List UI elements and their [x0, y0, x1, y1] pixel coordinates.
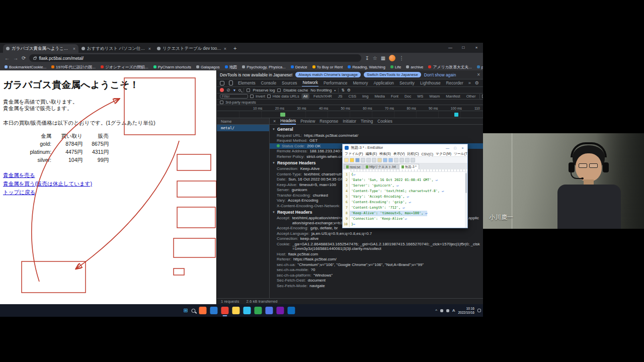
devtools-tab[interactable]: Application: [373, 79, 394, 86]
network-settings-gear-icon[interactable]: ⚙: [347, 88, 351, 93]
taskbar-app-icon-teams[interactable]: [255, 307, 262, 314]
bookmark-item[interactable]: archive: [406, 65, 423, 69]
details-tab[interactable]: Cookies: [377, 119, 392, 124]
filter-chip[interactable]: CSS: [347, 94, 358, 99]
extensions-icon[interactable]: ▦: [381, 55, 385, 61]
devtools-tab[interactable]: Lighthouse: [420, 79, 441, 86]
forward-icon[interactable]: →: [13, 55, 18, 61]
settings-gear-icon[interactable]: ⚙: [475, 80, 479, 85]
menu-icon[interactable]: ⋮: [399, 55, 404, 61]
bookmark-item[interactable]: アメリカ改革大丈夫...: [428, 64, 471, 70]
menu-item[interactable]: 比較(C): [407, 151, 419, 156]
toolbar-icon-new[interactable]: [344, 158, 349, 162]
volume-tray-icon[interactable]: [446, 309, 449, 312]
devtools-tab[interactable]: Sources: [281, 79, 297, 86]
ime-mode-indicator[interactable]: A: [452, 308, 455, 313]
reload-icon[interactable]: ⟳: [22, 55, 26, 61]
invert-label[interactable]: Invert: [256, 94, 265, 99]
toolbar-icon-settings[interactable]: [411, 158, 415, 162]
filter-chip[interactable]: JS: [336, 94, 345, 99]
toolbar-icon-paste[interactable]: [377, 158, 382, 162]
record-icon[interactable]: [220, 88, 224, 92]
toolbar-icon-undo[interactable]: [383, 158, 387, 162]
start-button-icon[interactable]: ⊞: [183, 304, 188, 317]
devtools-tab[interactable]: Network: [302, 79, 318, 87]
bookmark-item[interactable]: Device: [291, 65, 307, 69]
toolbar-icon-find[interactable]: [394, 158, 398, 162]
request-row[interactable]: metal/: [217, 125, 269, 131]
taskbar-app-icon-onenote[interactable]: [277, 307, 284, 314]
preserve-log-checkbox[interactable]: [247, 88, 250, 92]
tray-overflow-chevron-icon[interactable]: ^: [435, 308, 437, 313]
taskbar-app-icon-edge[interactable]: [244, 307, 251, 314]
name-column-header[interactable]: Name: [217, 118, 269, 125]
filter-chip[interactable]: Wasm: [427, 94, 442, 99]
browser-tab[interactable]: ガラパゴス貴金属へようこそ！ ×: [3, 44, 78, 53]
filter-chip[interactable]: Fetch/XHR: [311, 94, 334, 99]
filter-chip[interactable]: Manifest: [444, 94, 462, 99]
tab-close-icon[interactable]: ×: [224, 46, 226, 51]
back-icon[interactable]: ←: [5, 55, 10, 61]
toolbar-icon-save[interactable]: [355, 158, 360, 162]
devtools-tab[interactable]: Memory: [352, 79, 368, 86]
menu-item[interactable]: ツール(T): [454, 151, 467, 156]
infobar-close-icon[interactable]: ×: [477, 72, 480, 77]
toolbar-icon-replace[interactable]: [399, 158, 404, 162]
filter-chip[interactable]: All: [301, 94, 309, 99]
filter-input[interactable]: [220, 94, 248, 99]
match-language-button[interactable]: Always match Chrome's language: [295, 72, 361, 77]
filter-chip[interactable]: WS: [415, 94, 425, 99]
import-export-icon[interactable]: ⇅: [341, 88, 345, 93]
bookmark-item[interactable]: BookmarkletCookie...: [5, 65, 46, 69]
details-tab[interactable]: Initiator: [343, 119, 356, 124]
taskbar-search-icon[interactable]: [192, 309, 196, 313]
menu-item[interactable]: 表示(V): [393, 151, 405, 156]
toolbar-icon-redo[interactable]: [388, 158, 393, 162]
devtools-tab[interactable]: Elements: [237, 79, 256, 86]
browser-tab[interactable]: リクエストテーブル dev tools 表示さ... ×: [154, 44, 229, 53]
disable-cache-checkbox[interactable]: [277, 88, 281, 92]
taskbar-clock[interactable]: 10:16 2022/10/16: [458, 307, 474, 314]
bookmark-item[interactable]: Life: [390, 65, 401, 69]
maximize-button[interactable]: □: [457, 43, 470, 53]
taskbar-app-icon-chrome[interactable]: [221, 307, 229, 314]
clear-icon[interactable]: ⊘: [226, 87, 230, 93]
details-tab[interactable]: Timing: [361, 119, 373, 124]
page-link[interactable]: トップに戻る: [3, 189, 35, 196]
tab-close-icon[interactable]: ×: [148, 46, 151, 51]
document-tab[interactable]: html.txt: [344, 164, 363, 169]
taskbar-app-icon-explorer[interactable]: [232, 307, 240, 314]
network-overview-strip[interactable]: [217, 111, 483, 118]
more-tabs-icon[interactable]: »: [468, 80, 471, 85]
bookmark-item[interactable]: Reading, Watching: [348, 65, 385, 69]
devtools-tab[interactable]: Performance: [323, 79, 348, 86]
device-toolbar-icon[interactable]: [229, 80, 233, 85]
bookmark-star-icon[interactable]: ☆: [373, 55, 377, 61]
inspect-element-icon[interactable]: [220, 81, 224, 85]
third-party-label[interactable]: 3rd-party requests: [225, 100, 256, 105]
download-icon[interactable]: ↧: [365, 55, 369, 61]
notification-center-icon[interactable]: [477, 309, 481, 312]
toolbar-icon-sort[interactable]: [405, 158, 410, 162]
emeditor-text-area[interactable]: 1 {↵ 2 'Date': 'Sun, 16 Oct 2022 01:08:4…: [343, 172, 467, 228]
bookmark-item[interactable]: pycon2022: [477, 65, 483, 69]
hide-data-urls-label[interactable]: Hide data URLs: [273, 94, 299, 99]
details-tab[interactable]: Response: [319, 119, 338, 124]
bookmark-item[interactable]: To Buy or Rent: [312, 65, 343, 69]
page-link[interactable]: 貴金属を買う(販売は休止しています): [3, 180, 92, 188]
emeditor-minimize-button[interactable]: —: [445, 146, 450, 150]
invert-checkbox[interactable]: [250, 95, 254, 98]
hide-data-urls-checkbox[interactable]: [267, 95, 271, 98]
menu-item[interactable]: マクロ(M): [436, 151, 451, 156]
third-party-checkbox[interactable]: [220, 101, 223, 104]
close-details-icon[interactable]: ×: [273, 119, 276, 124]
toolbar-icon-cut[interactable]: [366, 158, 371, 162]
emeditor-scrollbar[interactable]: [465, 172, 467, 228]
toolbar-icon-open[interactable]: [350, 158, 354, 162]
disable-cache-label[interactable]: Disable cache: [283, 88, 308, 93]
taskbar-app-icon-firefox[interactable]: [199, 307, 207, 314]
taskbar-app-icon-discord[interactable]: [266, 307, 273, 314]
devtools-tab[interactable]: Recorder: [446, 79, 464, 86]
menu-item[interactable]: ファイル(F): [345, 151, 363, 156]
filter-chip[interactable]: Media: [372, 94, 386, 99]
